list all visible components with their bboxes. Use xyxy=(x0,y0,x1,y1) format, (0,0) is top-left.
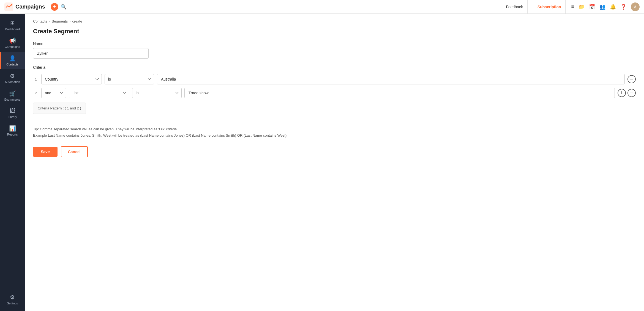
settings-icon: ⚙ xyxy=(10,294,15,301)
breadcrumb-contacts[interactable]: Contacts xyxy=(33,19,47,23)
search-icon[interactable]: 🔍 xyxy=(61,4,67,10)
contacts-icon: 👤 xyxy=(9,55,16,62)
avatar[interactable]: A xyxy=(631,2,640,11)
brand: Campaigns xyxy=(4,2,45,11)
breadcrumb-segments[interactable]: Segments xyxy=(52,19,68,23)
navbar-right: Feedback Subscription ≡ 📁 📅 👥 🔔 ❓ A xyxy=(501,0,640,14)
svg-point-1 xyxy=(11,4,12,5)
sidebar-item-automation[interactable]: ⚙ Automation xyxy=(0,69,25,87)
ecommerce-icon: 🛒 xyxy=(9,90,16,97)
criteria-actions-2: + − xyxy=(618,89,636,97)
sidebar-item-library[interactable]: 🖼 Library xyxy=(0,104,25,122)
criteria-field-2[interactable]: List Country Email xyxy=(69,88,129,98)
breadcrumb-current: create xyxy=(72,19,82,23)
page-title: Create Segment xyxy=(33,28,636,35)
main-content: Contacts › Segments › create Create Segm… xyxy=(25,14,644,311)
bell-icon[interactable]: 🔔 xyxy=(610,4,616,10)
brand-icon xyxy=(4,2,13,11)
reports-icon: 📊 xyxy=(9,125,16,132)
app-body: ⊞ Dashboard 📢 Campaigns 👤 Contacts ⚙ Aut… xyxy=(0,14,644,311)
team-icon[interactable]: 👥 xyxy=(599,4,605,10)
breadcrumb-sep-2: › xyxy=(69,19,70,23)
dashboard-icon: ⊞ xyxy=(10,20,15,26)
criteria-connector-2[interactable]: and or xyxy=(41,88,66,98)
campaigns-icon: 📢 xyxy=(9,37,16,44)
criteria-container: 1 Country List Email is is not contains … xyxy=(33,74,636,98)
criteria-operator-2[interactable]: in not in is xyxy=(132,88,182,98)
subscription-link[interactable]: Subscription xyxy=(533,0,566,14)
save-button[interactable]: Save xyxy=(33,147,58,157)
criteria-row-1: 1 Country List Email is is not contains … xyxy=(33,74,636,84)
criteria-pattern: Criteria Pattern : ( 1 and 2 ) xyxy=(33,103,86,114)
criteria-remove-1[interactable]: − xyxy=(627,75,636,83)
criteria-row-2: 2 and or List Country Email in not in is xyxy=(33,88,636,98)
calendar-icon[interactable]: 📅 xyxy=(589,4,595,10)
list-icon[interactable]: ≡ xyxy=(571,4,574,10)
breadcrumb: Contacts › Segments › create xyxy=(33,19,636,23)
example-text: Example Last Name contains Jones, Smith,… xyxy=(33,133,636,137)
criteria-remove-2[interactable]: − xyxy=(627,89,636,97)
sidebar-item-settings[interactable]: ⚙ Settings xyxy=(0,291,25,308)
feedback-link[interactable]: Feedback xyxy=(501,0,527,14)
name-section: Name xyxy=(33,42,636,59)
add-button[interactable]: + xyxy=(51,3,58,11)
cancel-button[interactable]: Cancel xyxy=(61,146,88,157)
tip-text: Tip: Comma separated search values can b… xyxy=(33,127,636,131)
automation-icon: ⚙ xyxy=(10,73,15,79)
folder-icon[interactable]: 📁 xyxy=(578,4,585,10)
criteria-field-1[interactable]: Country List Email xyxy=(41,74,102,84)
criteria-number-1: 1 xyxy=(33,77,39,81)
name-label: Name xyxy=(33,42,636,46)
breadcrumb-sep-1: › xyxy=(49,19,50,23)
criteria-value-1[interactable] xyxy=(157,74,625,84)
action-buttons: Save Cancel xyxy=(33,146,636,157)
help-icon[interactable]: ❓ xyxy=(620,4,626,10)
criteria-add-2[interactable]: + xyxy=(618,89,626,97)
name-input[interactable] xyxy=(33,48,149,59)
criteria-number-2: 2 xyxy=(33,91,39,95)
criteria-actions-1: − xyxy=(627,75,636,83)
criteria-operator-1[interactable]: is is not contains xyxy=(105,74,154,84)
criteria-value-2[interactable] xyxy=(184,88,615,98)
tips-section: Tip: Comma separated search values can b… xyxy=(33,127,636,137)
sidebar-item-reports[interactable]: 📊 Reports xyxy=(0,122,25,139)
sidebar-item-dashboard[interactable]: ⊞ Dashboard xyxy=(0,16,25,34)
library-icon: 🖼 xyxy=(10,108,15,114)
navbar-icons: ≡ 📁 📅 👥 🔔 ❓ A xyxy=(571,2,640,11)
criteria-section: Criteria 1 Country List Email is is not … xyxy=(33,65,636,120)
sidebar-item-campaigns[interactable]: 📢 Campaigns xyxy=(0,34,25,52)
sidebar-item-contacts[interactable]: 👤 Contacts xyxy=(0,52,25,69)
sidebar: ⊞ Dashboard 📢 Campaigns 👤 Contacts ⚙ Aut… xyxy=(0,14,25,311)
sidebar-item-ecommerce[interactable]: 🛒 Ecommerce xyxy=(0,87,25,104)
criteria-label: Criteria xyxy=(33,65,636,70)
navbar: Campaigns + 🔍 Feedback Subscription ≡ 📁 … xyxy=(0,0,644,14)
